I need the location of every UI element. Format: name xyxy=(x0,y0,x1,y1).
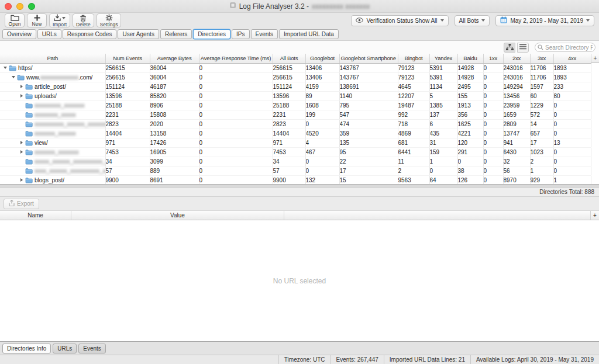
tab-referers[interactable]: Referers xyxy=(160,29,192,39)
delete-button[interactable]: Delete xyxy=(73,13,94,27)
column-header-path[interactable]: Path xyxy=(0,54,105,63)
list-view-button[interactable] xyxy=(517,43,529,53)
table-row[interactable]: xxxxxxx_xxxxxx14404131580144044520359486… xyxy=(0,129,591,138)
status-imported-url-data-lines: Imported URL Data Lines: 21 xyxy=(384,355,470,364)
table-cell: 14404 xyxy=(105,129,150,138)
table-cell: 4159 xyxy=(305,82,339,91)
table-row[interactable]: view/97117426097141356813112009411713 xyxy=(0,138,591,147)
table-cell: 95 xyxy=(339,147,398,157)
new-plus-icon xyxy=(34,15,40,21)
table-cell: 12207 xyxy=(398,91,429,100)
column-header-1xx[interactable]: 1xx xyxy=(483,54,503,63)
expand-icon[interactable] xyxy=(20,178,23,182)
open-button[interactable]: Open xyxy=(5,13,25,27)
table-cell: 25188 xyxy=(273,100,305,110)
table-row[interactable]: xxxx_xxxxxx_xxxxxxxxxx_xxxxx578890570172… xyxy=(0,166,591,175)
table-row[interactable]: xxxxx_xxxxxx_xxxxxxxxxx_xxxxxx_xxx343099… xyxy=(0,157,591,166)
column-header-3xx[interactable]: 3xx xyxy=(530,54,553,63)
table-row[interactable]: xxxxxxxxx_xxxxxxx25188890602518816087951… xyxy=(0,100,591,110)
verification-status-dropdown[interactable]: Verification Status Show All xyxy=(351,15,448,26)
import-dropdown-caret-icon xyxy=(62,17,66,19)
table-cell: 0 xyxy=(483,157,503,166)
table-row[interactable]: uploads/13596858200135968911401220751550… xyxy=(0,91,591,100)
export-button[interactable]: Export xyxy=(4,199,39,209)
column-header-4xx[interactable]: 4xx xyxy=(553,54,591,63)
column-header-all-bots[interactable]: All Bots xyxy=(273,54,305,63)
table-cell: 15 xyxy=(339,175,398,184)
column-header-baidu[interactable]: Baidu xyxy=(457,54,483,63)
table-cell: 38 xyxy=(457,166,483,175)
tab-overview[interactable]: Overview xyxy=(2,29,36,39)
date-range-dropdown[interactable]: May 2, 2019 - May 31, 2019 xyxy=(495,15,594,26)
tab-urls[interactable]: URLs xyxy=(37,29,61,39)
tree-view-icon xyxy=(506,44,514,51)
folder-icon xyxy=(25,102,33,109)
collapse-icon[interactable] xyxy=(12,76,15,78)
table-cell: 1140 xyxy=(339,91,398,100)
add-column-button[interactable]: + xyxy=(591,54,599,63)
bottom-tab-directories-info[interactable]: Directories Info xyxy=(2,344,51,353)
table-cell: 1659 xyxy=(503,110,530,119)
directories-body: https/2566153600402566151340614376779123… xyxy=(0,63,591,184)
new-button[interactable]: New xyxy=(27,13,47,27)
table-cell: 359 xyxy=(339,129,398,138)
directories-total-label: Directories Total: 888 xyxy=(539,189,594,195)
close-button[interactable] xyxy=(5,3,12,10)
table-cell: 0 xyxy=(199,63,273,72)
table-cell: 8691 xyxy=(150,175,199,184)
table-cell: 0 xyxy=(553,157,591,166)
column-header-googlebot[interactable]: Googlebot xyxy=(305,54,339,63)
tab-imported-url-data[interactable]: Imported URL Data xyxy=(279,29,339,39)
bottom-tab-urls[interactable]: URLs xyxy=(53,344,77,353)
tab-directories[interactable]: Directories xyxy=(193,29,230,39)
table-cell: 467 xyxy=(305,147,339,157)
column-header-value[interactable]: Value xyxy=(71,211,284,220)
expand-icon[interactable] xyxy=(20,94,23,98)
table-cell: 0 xyxy=(199,138,273,147)
expand-icon[interactable] xyxy=(20,141,23,144)
expand-icon[interactable] xyxy=(20,85,23,88)
column-header-yandex[interactable]: Yandex xyxy=(429,54,457,63)
column-header-googlebot-smartphone[interactable]: Googlebot Smartphone xyxy=(339,54,398,63)
tab-events[interactable]: Events xyxy=(251,29,278,39)
table-row[interactable]: xxxxxxxx_xxxxx22311580802231199547992137… xyxy=(0,110,591,119)
tab-ips[interactable]: IPs xyxy=(232,29,249,39)
column-header-num-events[interactable]: Num Events xyxy=(105,54,150,63)
column-header-bingbot[interactable]: Bingbot xyxy=(398,54,429,63)
tab-user-agents[interactable]: User Agents xyxy=(118,29,159,39)
path-text-redacted: xxxxxxxx_xxxxx xyxy=(35,112,76,118)
column-header-name[interactable]: Name xyxy=(0,211,71,220)
bots-filter-dropdown[interactable]: All Bots xyxy=(455,15,490,26)
zoom-button[interactable] xyxy=(28,3,35,10)
table-cell: 0 xyxy=(199,175,273,184)
table-cell: 14928 xyxy=(457,72,483,82)
table-row[interactable]: xxxxxxxxxx_xxxxxx_xxxxxxx282320200282304… xyxy=(0,119,591,129)
table-row[interactable]: article_post/151124461870151124415913869… xyxy=(0,82,591,91)
import-button[interactable]: Import xyxy=(49,13,70,27)
table-row[interactable]: https/2566153600402566151340614376779123… xyxy=(0,63,591,72)
column-header-average-response-time-ms[interactable]: Average Response Time (ms) xyxy=(199,54,273,63)
table-cell: 36004 xyxy=(150,72,199,82)
folder-icon xyxy=(25,112,33,118)
settings-button[interactable]: Settings xyxy=(97,13,122,27)
table-row[interactable]: xxxxxxx_xxxxxxx7453169050745346795644115… xyxy=(0,147,591,157)
table-row[interactable]: blogs_post/99008691099001321595636412608… xyxy=(0,175,591,184)
bottom-tab-events[interactable]: Events xyxy=(78,344,106,353)
tree-view-button[interactable] xyxy=(504,43,515,53)
table-row[interactable]: www.xxxxxxxxxxxxx.com/256615360040256615… xyxy=(0,72,591,82)
collapse-icon[interactable] xyxy=(4,67,7,69)
column-header-2xx[interactable]: 2xx xyxy=(503,54,530,63)
folder-icon xyxy=(25,84,33,90)
expand-icon[interactable] xyxy=(20,150,23,154)
tab-response-codes[interactable]: Response Codes xyxy=(63,29,117,39)
path-text: .com/ xyxy=(78,74,92,81)
table-cell: 0 xyxy=(483,63,503,72)
table-cell: 4869 xyxy=(398,129,429,138)
search-input[interactable] xyxy=(535,43,595,52)
detail-add-column-button[interactable]: + xyxy=(591,211,599,220)
table-cell: 971 xyxy=(273,138,305,147)
search-icon xyxy=(538,44,543,51)
table-cell: 56 xyxy=(503,166,530,175)
minimize-button[interactable] xyxy=(16,3,23,10)
column-header-average-bytes[interactable]: Average Bytes xyxy=(150,54,199,63)
